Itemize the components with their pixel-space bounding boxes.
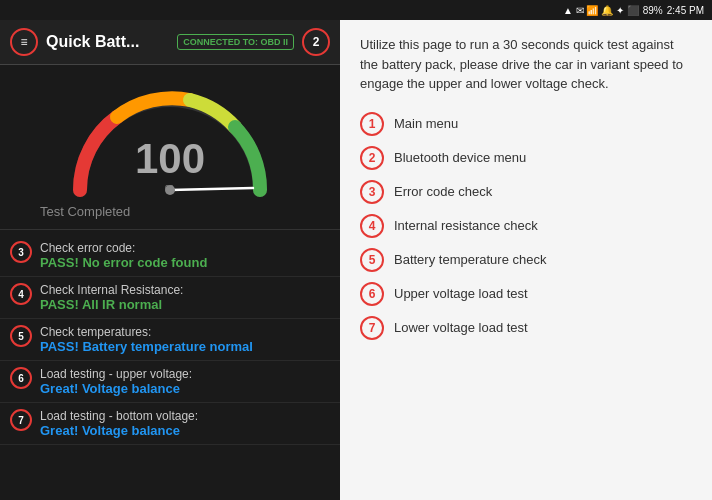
legend-item-5: 5 Battery temperature check bbox=[360, 248, 692, 272]
result-item: 5 Check temperatures: PASS! Battery temp… bbox=[0, 319, 340, 361]
result-circle-3: 3 bbox=[10, 241, 32, 263]
result-text-block: Load testing - upper voltage: Great! Vol… bbox=[40, 367, 192, 396]
phone-panel: ≡ Quick Batt... CONNECTED TO: OBD II 2 bbox=[0, 20, 340, 500]
legend-text-2: Bluetooth device menu bbox=[394, 150, 526, 165]
status-icons: ▲ ✉ 📶 🔔 ✦ ⬛ bbox=[563, 5, 639, 16]
result-item: 4 Check Internal Resistance: PASS! All I… bbox=[0, 277, 340, 319]
legend-item-1: 1 Main menu bbox=[360, 112, 692, 136]
battery-level: 89% bbox=[643, 5, 663, 16]
legend-circle-6: 6 bbox=[360, 282, 384, 306]
result-item: 3 Check error code: PASS! No error code … bbox=[0, 235, 340, 277]
legend-circle-1: 1 bbox=[360, 112, 384, 136]
legend-text-4: Internal resistance check bbox=[394, 218, 538, 233]
legend-circle-4: 4 bbox=[360, 214, 384, 238]
hamburger-icon: ≡ bbox=[20, 35, 27, 49]
gauge-unit: % bbox=[165, 183, 175, 195]
result-value: Great! Voltage balance bbox=[40, 381, 192, 396]
legend-circle-2: 2 bbox=[360, 146, 384, 170]
app-header: ≡ Quick Batt... CONNECTED TO: OBD II 2 bbox=[0, 20, 340, 65]
result-label: Check temperatures: bbox=[40, 325, 253, 339]
result-text-block: Check temperatures: PASS! Battery temper… bbox=[40, 325, 253, 354]
help-panel: Utilize this page to run a 30 seconds qu… bbox=[340, 20, 712, 500]
result-label: Check error code: bbox=[40, 241, 207, 255]
result-value: PASS! Battery temperature normal bbox=[40, 339, 253, 354]
gauge-container: 100 % bbox=[60, 80, 280, 200]
gauge-area: 100 % Test Completed bbox=[0, 65, 340, 229]
legend-circle-5: 5 bbox=[360, 248, 384, 272]
result-text-block: Check error code: PASS! No error code fo… bbox=[40, 241, 207, 270]
result-circle-4: 4 bbox=[10, 283, 32, 305]
help-description: Utilize this page to run a 30 seconds qu… bbox=[360, 35, 692, 94]
app-title: Quick Batt... bbox=[46, 33, 169, 51]
result-text-block: Check Internal Resistance: PASS! All IR … bbox=[40, 283, 183, 312]
result-value: Great! Voltage balance bbox=[40, 423, 198, 438]
result-text-block: Load testing - bottom voltage: Great! Vo… bbox=[40, 409, 198, 438]
gauge-value: 100 bbox=[135, 135, 205, 183]
connection-badge: CONNECTED TO: OBD II bbox=[177, 34, 294, 50]
result-item: 7 Load testing - bottom voltage: Great! … bbox=[0, 403, 340, 445]
legend-text-5: Battery temperature check bbox=[394, 252, 546, 267]
svg-line-0 bbox=[170, 188, 253, 190]
result-circle-5: 5 bbox=[10, 325, 32, 347]
result-item: 6 Load testing - upper voltage: Great! V… bbox=[0, 361, 340, 403]
legend-text-6: Upper voltage load test bbox=[394, 286, 528, 301]
legend-item-3: 3 Error code check bbox=[360, 180, 692, 204]
result-circle-7: 7 bbox=[10, 409, 32, 431]
result-label: Load testing - bottom voltage: bbox=[40, 409, 198, 423]
legend-list: 1 Main menu 2 Bluetooth device menu 3 Er… bbox=[360, 112, 692, 340]
result-circle-6: 6 bbox=[10, 367, 32, 389]
legend-item-4: 4 Internal resistance check bbox=[360, 214, 692, 238]
legend-circle-7: 7 bbox=[360, 316, 384, 340]
legend-text-1: Main menu bbox=[394, 116, 458, 131]
result-value: PASS! All IR normal bbox=[40, 297, 183, 312]
time: 2:45 PM bbox=[667, 5, 704, 16]
legend-text-7: Lower voltage load test bbox=[394, 320, 528, 335]
bluetooth-number: 2 bbox=[313, 35, 320, 49]
result-label: Load testing - upper voltage: bbox=[40, 367, 192, 381]
result-label: Check Internal Resistance: bbox=[40, 283, 183, 297]
result-value: PASS! No error code found bbox=[40, 255, 207, 270]
legend-item-7: 7 Lower voltage load test bbox=[360, 316, 692, 340]
results-list: 3 Check error code: PASS! No error code … bbox=[0, 229, 340, 500]
main-menu-button[interactable]: ≡ bbox=[10, 28, 38, 56]
legend-circle-3: 3 bbox=[360, 180, 384, 204]
legend-item-2: 2 Bluetooth device menu bbox=[360, 146, 692, 170]
bluetooth-menu-button[interactable]: 2 bbox=[302, 28, 330, 56]
status-bar: ▲ ✉ 📶 🔔 ✦ ⬛ 89% 2:45 PM bbox=[0, 0, 712, 20]
test-status: Test Completed bbox=[20, 204, 130, 219]
legend-text-3: Error code check bbox=[394, 184, 492, 199]
main-content: ≡ Quick Batt... CONNECTED TO: OBD II 2 bbox=[0, 20, 712, 500]
legend-item-6: 6 Upper voltage load test bbox=[360, 282, 692, 306]
